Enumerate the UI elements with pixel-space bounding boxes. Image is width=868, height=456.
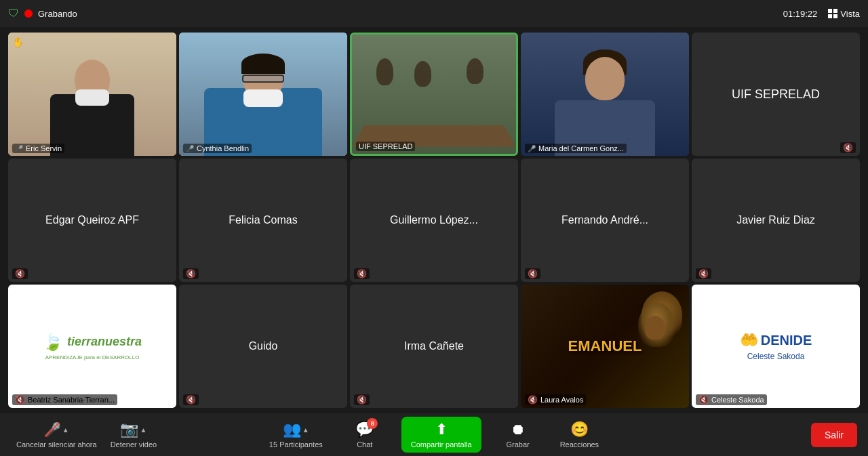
emanuel-text: EMANUEL (568, 337, 642, 355)
record-button[interactable]: ⏺ Grabar (498, 418, 538, 451)
participant-mute-guido: 🔇 (183, 394, 199, 405)
video-row-3: 🍃 tierranuestra APRENDIZAJE para el DESA… (8, 285, 860, 408)
grid-icon (828, 9, 837, 18)
record-label: Grabar (507, 440, 530, 449)
share-icon: ⬆ (435, 421, 448, 438)
recording-label: Grabando (38, 9, 77, 19)
participants-label: 15 Participantes (269, 440, 323, 449)
tierra-text: tierranuestra (67, 335, 142, 349)
participant-cell-javier: Javier Ruiz Diaz 🔇 (692, 159, 860, 282)
participant-cell-celeste: 🤲 DENIDE Celeste Sakoda 🔇 Celeste Sakoda (692, 285, 860, 408)
video-label: Detener video (111, 440, 157, 449)
video-button[interactable]: 📷 ▲ Detener video (105, 418, 163, 451)
participant-mute-fernando: 🔇 (525, 268, 540, 279)
participant-cell-guido: Guido 🔇 (179, 285, 347, 408)
mic-muted-icon: 🔇 (698, 269, 709, 278)
mic-muted-icon: 🔇 (357, 269, 367, 278)
participant-name-fernando: Fernando André... (556, 209, 654, 232)
participant-name-irma: Irma Cañete (399, 335, 469, 358)
mic-muted-icon: 🔇 (357, 395, 367, 405)
participant-cell-cynthia: 🎤 Cynthia Bendlin (179, 33, 347, 156)
denide-logo: 🤲 DENIDE Celeste Sakoda (734, 326, 818, 367)
chat-label: Chat (357, 440, 372, 449)
participant-cell-guillermo: Guillermo López... 🔇 (350, 159, 518, 282)
uif-text: UIF SEPRELAD (732, 87, 820, 102)
participant-name-eric: 🎤 Eric Servin (12, 144, 64, 153)
video-row-2: Edgar Queiroz APF 🔇 Felicia Comas 🔇 Guil… (8, 159, 860, 282)
video-row-1: ✋ 🎤 Eric Servin 🎤 Cynthia Bendlin (8, 33, 860, 156)
participant-cell-eric: ✋ 🎤 Eric Servin (8, 33, 176, 156)
participant-name-edgar: Edgar Queiroz APF (40, 209, 144, 232)
mute-button[interactable]: 🎤 ▲ Cancelar silenciar ahora (11, 418, 102, 451)
video-icon: 📷 (120, 421, 138, 438)
participant-cell-uif-text: UIF SEPRELAD 🔇 (692, 33, 860, 156)
participant-mute-javier: 🔇 (696, 268, 711, 279)
top-bar-right: 01:19:22 Vista (783, 9, 860, 19)
top-bar: 🛡 Grabando 01:19:22 Vista (0, 0, 868, 27)
mic-muted-icon: 🔇 (186, 269, 196, 278)
participant-mute-guillermo: 🔇 (354, 268, 370, 279)
leaf-icon: 🍃 (43, 333, 63, 352)
participant-name-javier: Javier Ruiz Diaz (731, 209, 821, 232)
timer: 01:19:22 (783, 9, 818, 19)
mic-icon: 🎤 (186, 145, 194, 152)
mute-icon: 🎤 (44, 421, 61, 438)
reactions-icon: 😊 (570, 421, 589, 438)
emanuel-bg: EMANUEL (521, 285, 689, 408)
participant-cell-uif-room: UIF SEPRELAD (350, 33, 518, 156)
participant-cell-maria: 🎤 Maria del Carmen Gonz... (521, 33, 689, 156)
video-caret[interactable]: ▲ (140, 426, 146, 434)
participant-cell-irma: Irma Cañete 🔇 (350, 285, 518, 408)
participants-count: 15 (269, 440, 277, 449)
participant-name-celeste: 🔇 Celeste Sakoda (696, 394, 767, 405)
participants-caret[interactable]: ▲ (302, 426, 309, 434)
participant-cell-felicia: Felicia Comas 🔇 (179, 159, 347, 282)
tierra-subtext: APRENDIZAJE para el DESARROLLO (45, 354, 140, 360)
chat-badge: 8 (367, 418, 378, 429)
participant-name-maria: 🎤 Maria del Carmen Gonz... (525, 144, 627, 153)
participant-cell-beatriz: 🍃 tierranuestra APRENDIZAJE para el DESA… (8, 285, 176, 408)
mic-muted-icon: 🔇 (698, 395, 709, 405)
participant-mute-edgar: 🔇 (12, 268, 28, 279)
participant-mute-irma: 🔇 (354, 394, 370, 405)
mic-muted-icon: 🔇 (186, 395, 196, 405)
mic-icon: 🎤 (528, 145, 536, 152)
mic-muted-icon: 🔇 (15, 269, 25, 278)
video-area: ✋ 🎤 Eric Servin 🎤 Cynthia Bendlin (0, 27, 868, 413)
denide-name: DENIDE (761, 333, 812, 348)
participant-name-cynthia: 🎤 Cynthia Bendlin (183, 144, 252, 153)
toolbar: 🎤 ▲ Cancelar silenciar ahora 📷 ▲ Detener… (0, 413, 868, 456)
participant-mute-uif: 🔇 (840, 142, 856, 153)
chat-button[interactable]: 💬 8 Chat (344, 418, 385, 451)
denide-icon: 🤲 (740, 331, 758, 349)
participant-name-felicia: Felicia Comas (223, 209, 302, 232)
participant-mute-felicia: 🔇 (183, 268, 199, 279)
mic-muted-icon: 🔇 (528, 269, 538, 278)
mute-label: Cancelar silenciar ahora (16, 440, 97, 449)
reactions-label: Reacciones (560, 440, 599, 449)
view-label: Vista (840, 9, 860, 19)
toolbar-left: 🎤 ▲ Cancelar silenciar ahora 📷 ▲ Detener… (11, 418, 162, 451)
shield-icon: 🛡 (8, 7, 19, 20)
participant-cell-edgar: Edgar Queiroz APF 🔇 (8, 159, 176, 282)
reactions-button[interactable]: 😊 Reacciones (555, 418, 604, 451)
view-button[interactable]: Vista (828, 9, 860, 19)
share-label: Compartir pantalla (411, 440, 472, 449)
mute-caret[interactable]: ▲ (62, 426, 69, 434)
denide-sub: Celeste Sakoda (747, 352, 805, 361)
mic-muted-icon: 🔇 (843, 143, 853, 152)
tierra-logo: 🍃 tierranuestra APRENDIZAJE para el DESA… (36, 326, 149, 367)
participants-button[interactable]: 👥 ▲ 15 Participantes (264, 418, 328, 451)
record-icon: ⏺ (511, 421, 526, 438)
participant-cell-fernando: Fernando André... 🔇 (521, 159, 689, 282)
participant-cell-laura: EMANUEL 🔇 Laura Avalos (521, 285, 689, 408)
toolbar-center: 👥 ▲ 15 Participantes 💬 8 Chat ⬆ Comparti… (264, 417, 604, 453)
mic-muted-icon: 🔇 (528, 395, 538, 405)
toolbar-right: Salir (811, 423, 857, 447)
participant-name-uif-room: UIF SEPRELAD (356, 142, 415, 151)
top-bar-left: 🛡 Grabando (8, 7, 77, 20)
exit-button[interactable]: Salir (811, 423, 857, 447)
chat-icon: 💬 8 (355, 421, 374, 438)
share-screen-button[interactable]: ⬆ Compartir pantalla (401, 417, 481, 453)
mic-icon: 🎤 (15, 145, 23, 152)
